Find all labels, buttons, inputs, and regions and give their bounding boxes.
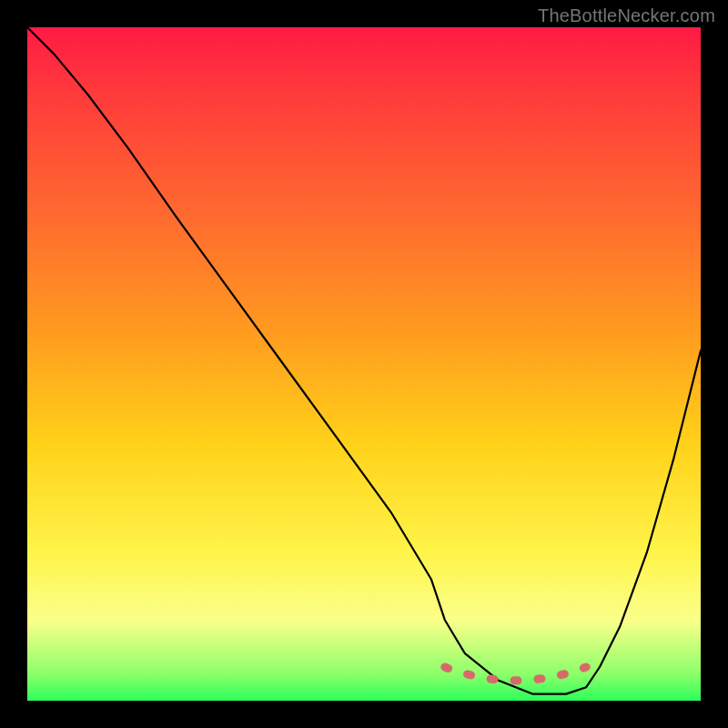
bottleneck-curve (27, 27, 701, 694)
chart-svg (27, 27, 701, 701)
optimal-zone-marker (445, 667, 586, 681)
chart-plot-area (27, 27, 701, 701)
attribution-text: TheBottleNecker.com (538, 5, 715, 26)
chart-frame: TheBottleNecker.com (0, 0, 728, 728)
